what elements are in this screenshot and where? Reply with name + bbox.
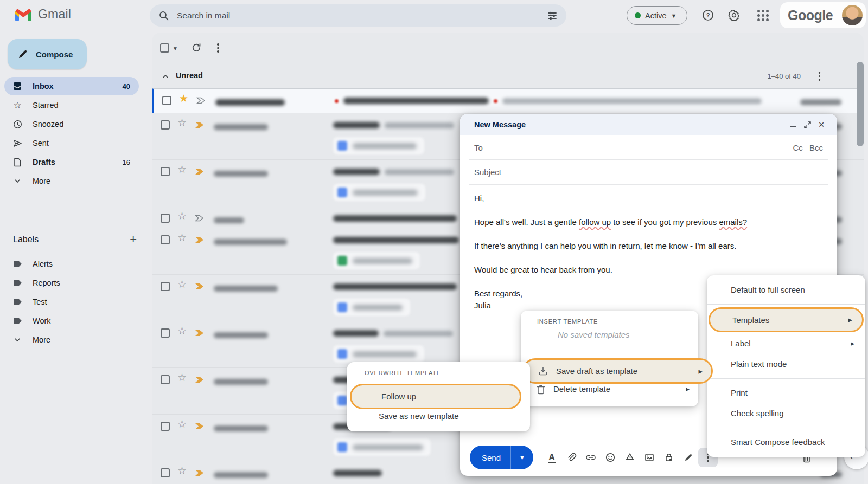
subject-field[interactable]: Subject	[469, 160, 828, 185]
fullscreen-icon[interactable]	[800, 118, 814, 132]
importance-marker-icon[interactable]	[195, 236, 204, 243]
menu-item-label[interactable]: Label ▸	[707, 333, 865, 354]
attach-file-icon[interactable]	[561, 448, 581, 467]
more-icon[interactable]	[217, 43, 219, 53]
attachment-chip[interactable]	[333, 252, 420, 269]
formatting-options-icon[interactable]: A	[542, 448, 561, 467]
row-checkbox[interactable]	[161, 167, 170, 176]
attachment-chip[interactable]	[333, 184, 425, 201]
sidebar-label-work[interactable]: Work	[4, 312, 139, 330]
star-icon[interactable]: ☆	[177, 118, 187, 128]
close-icon[interactable]: ×	[814, 118, 828, 132]
chevron-up-icon[interactable]	[162, 73, 169, 82]
menu-item-plain-text-mode[interactable]: Plain text mode	[707, 354, 865, 375]
compose-button[interactable]: Compose	[8, 39, 87, 69]
importance-marker-icon[interactable]	[195, 330, 204, 337]
row-checkbox[interactable]	[161, 214, 170, 223]
menu-item-follow-up-highlighted[interactable]: Follow up	[350, 384, 521, 409]
star-icon[interactable]: ☆	[177, 372, 187, 383]
row-checkbox[interactable]	[161, 375, 170, 384]
importance-marker-icon[interactable]	[195, 376, 204, 383]
email-row[interactable]: ★	[152, 88, 864, 113]
star-icon[interactable]: ★	[179, 93, 188, 104]
sidebar-labels-more[interactable]: More	[4, 331, 139, 349]
menu-item-save-draft-as-template-highlighted[interactable]: Save draft as template ▸	[522, 358, 713, 384]
sidebar-label-test[interactable]: Test	[4, 293, 139, 311]
scrollbar-thumb[interactable]	[857, 62, 864, 146]
chat-status-selector[interactable]: Active ▼	[627, 6, 687, 25]
star-icon[interactable]: ☆	[177, 211, 187, 222]
sidebar-item-starred[interactable]: ☆ Starred	[4, 96, 139, 114]
row-checkbox[interactable]	[161, 328, 170, 338]
help-icon[interactable]: ?	[701, 9, 714, 22]
apps-grid-icon[interactable]	[756, 9, 769, 22]
sidebar-item-more[interactable]: More	[4, 172, 139, 190]
importance-marker-icon[interactable]	[196, 97, 206, 104]
star-icon[interactable]: ☆	[177, 233, 187, 243]
send-button[interactable]: Send ▼	[470, 446, 533, 469]
add-label-button[interactable]: +	[130, 234, 137, 245]
search-options-icon[interactable]	[547, 10, 558, 21]
select-all-checkbox[interactable]	[160, 43, 169, 53]
sender-redacted	[214, 377, 268, 387]
importance-marker-icon[interactable]	[195, 121, 204, 128]
importance-marker-icon[interactable]	[195, 423, 204, 430]
avatar[interactable]	[842, 5, 863, 25]
bcc-button[interactable]: Bcc	[809, 143, 823, 152]
star-icon[interactable]: ☆	[177, 419, 187, 430]
minimize-icon[interactable]	[786, 118, 800, 132]
send-options-icon[interactable]: ▼	[511, 446, 533, 469]
recipients-field[interactable]: To Cc Bcc	[469, 135, 828, 160]
submenu-arrow-icon: ▸	[851, 333, 854, 354]
sidebar-label-alerts[interactable]: Alerts	[4, 255, 139, 273]
signature-pen-icon[interactable]	[679, 448, 698, 467]
insert-image-icon[interactable]	[640, 448, 659, 467]
menu-item-save-as-new-template[interactable]: Save as new template	[347, 408, 530, 425]
sidebar-item-snoozed[interactable]: Snoozed	[4, 115, 139, 133]
subject-placeholder: Subject	[474, 167, 501, 177]
star-icon[interactable]: ☆	[177, 279, 187, 290]
attachment-chip[interactable]	[333, 438, 431, 456]
google-account-card[interactable]: Google	[780, 2, 866, 28]
subject-redacted	[335, 98, 762, 104]
section-title[interactable]: Unread	[176, 71, 203, 80]
insert-emoji-icon[interactable]	[601, 448, 620, 467]
importance-marker-icon[interactable]	[195, 168, 204, 175]
importance-marker-icon[interactable]	[195, 215, 204, 222]
attachment-chip[interactable]	[333, 345, 424, 363]
menu-item-print[interactable]: Print	[707, 383, 865, 403]
row-checkbox[interactable]	[161, 235, 170, 244]
insert-link-icon[interactable]	[581, 448, 601, 467]
refresh-icon[interactable]	[191, 42, 202, 55]
send-label[interactable]: Send	[470, 446, 510, 469]
attachment-chip[interactable]	[333, 299, 410, 316]
menu-item-smart-compose-feedback[interactable]: Smart Compose feedback	[707, 432, 865, 453]
importance-marker-icon[interactable]	[195, 283, 204, 290]
menu-item-check-spelling[interactable]: Check spelling	[707, 403, 865, 424]
row-checkbox[interactable]	[161, 120, 170, 130]
menu-item-default-fullscreen[interactable]: Default to full screen	[707, 280, 865, 300]
importance-marker-icon[interactable]	[195, 469, 204, 476]
attachment-chip[interactable]	[333, 137, 424, 154]
sidebar-item-drafts[interactable]: Drafts 16	[4, 153, 139, 171]
section-more-icon[interactable]	[819, 72, 821, 81]
search-input[interactable]: Search in mail	[177, 11, 539, 21]
row-checkbox[interactable]	[161, 468, 170, 477]
row-checkbox[interactable]	[161, 282, 170, 291]
drive-icon[interactable]	[620, 448, 640, 467]
search-bar[interactable]: Search in mail	[150, 4, 566, 27]
star-icon[interactable]: ☆	[177, 326, 187, 337]
row-checkbox[interactable]	[161, 422, 170, 431]
cc-button[interactable]: Cc	[793, 143, 802, 152]
sidebar-label-reports[interactable]: Reports	[4, 274, 139, 292]
menu-item-templates-highlighted[interactable]: Templates ▸	[709, 307, 864, 332]
settings-gear-icon[interactable]	[727, 9, 741, 22]
sidebar-item-sent[interactable]: Sent	[4, 134, 139, 152]
star-icon[interactable]: ☆	[177, 164, 187, 175]
compose-header[interactable]: New Message ×	[460, 114, 837, 135]
star-icon[interactable]: ☆	[177, 466, 187, 476]
sidebar-item-inbox[interactable]: Inbox 40	[4, 77, 139, 95]
select-dropdown-icon[interactable]: ▼	[173, 46, 178, 51]
confidential-mode-icon[interactable]	[659, 448, 679, 467]
row-checkbox[interactable]	[162, 96, 171, 105]
